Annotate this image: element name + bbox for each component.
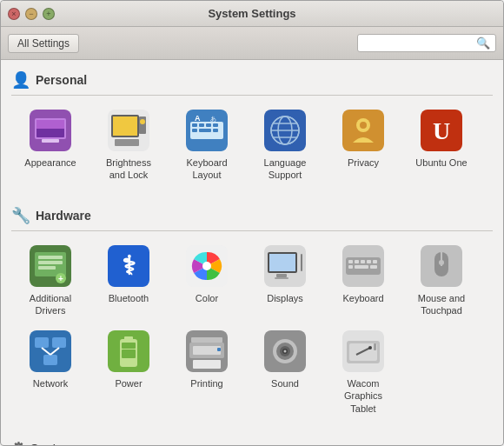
color-label: Color: [196, 292, 218, 304]
keyboard-icon: [342, 245, 384, 287]
privacy-label: Privacy: [348, 156, 379, 169]
svg-point-9: [140, 119, 145, 124]
wacom-label: WacomGraphicsTablet: [344, 377, 382, 415]
svg-rect-4: [42, 139, 59, 143]
svg-rect-14: [199, 123, 204, 127]
svg-rect-68: [43, 355, 57, 365]
hardware-grid: + AdditionalDrivers ⚕ Bluetooth: [4, 238, 500, 429]
svg-rect-65: [30, 330, 71, 372]
network-label: Network: [33, 377, 68, 389]
svg-rect-60: [370, 265, 377, 269]
svg-rect-77: [191, 337, 222, 343]
privacy-item[interactable]: Privacy: [324, 103, 402, 189]
close-button[interactable]: ×: [8, 8, 20, 20]
keyboard-layout-label: KeyboardLayout: [186, 156, 227, 182]
svg-rect-10: [115, 139, 139, 146]
drivers-label: AdditionalDrivers: [30, 292, 71, 317]
maximize-button[interactable]: +: [43, 8, 55, 20]
hardware-section: 🔧 Hardware +: [4, 203, 500, 429]
svg-rect-66: [35, 337, 49, 348]
minimize-button[interactable]: −: [25, 8, 37, 20]
printing-label: Printing: [190, 377, 222, 389]
language-icon: [264, 110, 306, 151]
language-item[interactable]: LanguageSupport: [246, 103, 324, 189]
brightness-item[interactable]: Brightnessand Lock: [90, 103, 168, 189]
svg-rect-55: [361, 260, 365, 263]
svg-rect-49: [276, 274, 287, 277]
svg-rect-79: [193, 346, 221, 355]
sound-icon: [264, 330, 306, 372]
bluetooth-item[interactable]: ⚕ Bluetooth: [90, 238, 168, 324]
svg-rect-81: [193, 360, 221, 369]
system-header: ⚙ System: [4, 436, 500, 445]
svg-point-64: [439, 260, 444, 265]
system-settings-window: × − + System Settings All Settings 🔍 👤 P…: [0, 0, 504, 446]
appearance-label: Appearance: [24, 156, 76, 169]
svg-rect-38: [38, 266, 56, 270]
search-input[interactable]: [363, 37, 476, 50]
displays-item[interactable]: Displays: [246, 238, 324, 324]
keyboard-item[interactable]: Keyboard: [324, 238, 402, 324]
hardware-header: 🔧 Hardware: [4, 203, 500, 230]
network-item[interactable]: Network: [11, 323, 90, 422]
svg-rect-16: [213, 123, 218, 127]
drivers-item[interactable]: + AdditionalDrivers: [11, 238, 90, 324]
appearance-icon: [30, 110, 71, 151]
svg-rect-3: [36, 120, 64, 129]
network-icon: [30, 330, 71, 372]
svg-rect-59: [355, 265, 368, 269]
all-settings-button[interactable]: All Settings: [8, 34, 79, 53]
color-icon: [186, 245, 228, 287]
hardware-divider: [11, 230, 493, 231]
svg-point-44: [202, 262, 211, 270]
ubuntuone-icon: U: [421, 110, 462, 151]
mouse-icon: [421, 245, 462, 287]
person-icon: 👤: [11, 70, 30, 90]
svg-text:A: A: [195, 114, 201, 123]
sound-item[interactable]: Sound: [246, 323, 324, 422]
displays-label: Displays: [267, 292, 303, 304]
svg-rect-93: [374, 343, 376, 350]
svg-rect-7: [113, 116, 137, 136]
svg-rect-18: [199, 129, 211, 132]
svg-rect-13: [192, 123, 197, 127]
power-item[interactable]: Power: [90, 323, 168, 422]
language-label: LanguageSupport: [264, 156, 307, 182]
ubuntuone-item[interactable]: U Ubuntu One: [402, 103, 481, 189]
sound-label: Sound: [271, 377, 299, 389]
power-icon: [108, 330, 149, 372]
brightness-icon: [108, 110, 149, 151]
titlebar: × − + System Settings: [1, 1, 503, 27]
mouse-item[interactable]: Mouse andTouchpad: [402, 238, 481, 324]
search-box[interactable]: 🔍: [357, 34, 496, 52]
personal-header: 👤 Personal: [4, 67, 500, 95]
wacom-item[interactable]: WacomGraphicsTablet: [324, 323, 402, 422]
svg-rect-36: [38, 256, 63, 259]
svg-rect-58: [348, 265, 353, 269]
privacy-icon: [342, 110, 384, 151]
svg-rect-74: [122, 349, 136, 358]
mouse-label: Mouse andTouchpad: [418, 292, 465, 317]
window-title: System Settings: [208, 7, 295, 20]
drivers-icon: +: [30, 245, 71, 287]
system-section: ⚙ System: [4, 436, 500, 445]
appearance-item[interactable]: Appearance: [11, 103, 90, 189]
printing-item[interactable]: Printing: [168, 323, 246, 422]
svg-rect-17: [192, 129, 197, 132]
color-item[interactable]: Color: [168, 238, 246, 324]
bluetooth-label: Bluetooth: [109, 292, 149, 304]
window-controls: × − +: [8, 8, 55, 20]
svg-rect-47: [269, 254, 295, 271]
svg-text:⚕: ⚕: [122, 251, 136, 280]
svg-point-31: [360, 122, 367, 129]
svg-rect-37: [38, 261, 63, 264]
svg-text:あ: あ: [210, 116, 216, 123]
svg-rect-50: [275, 277, 288, 279]
keyboard-layout-item[interactable]: A あ KeyboardLayout: [168, 103, 246, 189]
keyboard-label: Keyboard: [342, 292, 383, 304]
keyboard-layout-icon: A あ: [186, 110, 228, 151]
personal-label: Personal: [36, 73, 87, 87]
svg-point-87: [284, 350, 287, 353]
printing-icon: [186, 330, 228, 372]
power-label: Power: [115, 377, 142, 389]
